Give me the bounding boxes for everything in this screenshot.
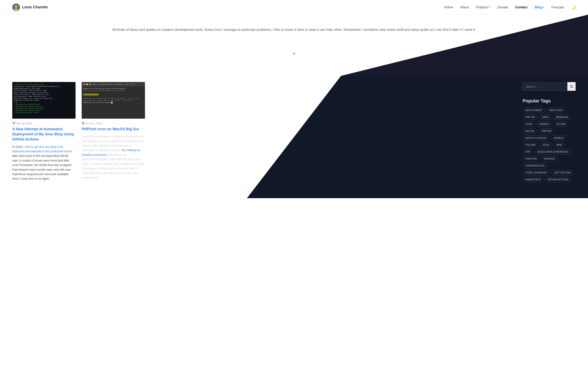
hero-section: All kinds of ideas and guides on modern … xyxy=(0,15,588,76)
post-card-2: Bricks — vagrant@homestead: ~/GitHub/Bri… xyxy=(82,82,145,192)
terminal-title: Bricks — vagrant@homestead: ~/GitHub/Bri… xyxy=(93,83,135,85)
dot-yellow xyxy=(86,83,88,85)
search-box xyxy=(523,82,576,91)
nav-home[interactable]: Home xyxy=(444,6,453,9)
post-link-2[interactable]: the Xdebug on Catalina conundrum xyxy=(82,149,140,156)
tag-item[interactable]: MACOS CATALINA xyxy=(523,135,549,141)
tag-item[interactable]: MACOS xyxy=(523,128,537,134)
tag-item[interactable]: DEPLOYMENT xyxy=(523,108,545,113)
tag-item[interactable]: PHP xyxy=(523,149,533,155)
post-card-1: > Executing task deploy:update_code Clon… xyxy=(12,82,76,192)
tag-item[interactable]: PHP IDE xyxy=(523,115,538,120)
tag-item[interactable]: GRAV xyxy=(539,115,552,120)
post-title-2[interactable]: PHPUnit error on MacOS Big Sur xyxy=(82,127,145,132)
post-title-1[interactable]: A New Attempt at Automated Deployment of… xyxy=(12,127,76,142)
tag-item[interactable]: CODE COVERAGE xyxy=(523,170,550,175)
brand-name: Louis Charette xyxy=(22,5,48,9)
post-thumbnail-1: > Executing task deploy:update_code Clon… xyxy=(12,82,76,119)
tag-item[interactable]: PHPUNIT xyxy=(539,128,555,134)
tag-item[interactable]: XDEBUG xyxy=(551,135,567,141)
hero-content: All kinds of ideas and guides on modern … xyxy=(0,15,588,45)
terminal-image-1: > Executing task deploy:update_code Clon… xyxy=(12,82,76,119)
tag-item[interactable]: PHPSTAN xyxy=(523,156,539,161)
chevron-down-icon: ⌄ xyxy=(292,49,296,56)
post-excerpt-2: I feel kind of privileged. I always end … xyxy=(82,134,145,180)
svg-line-4 xyxy=(572,87,573,88)
nav-projects[interactable]: Projects ▾ xyxy=(476,6,490,9)
post-thumbnail-2: Bricks — vagrant@homestead: ~/GitHub/Bri… xyxy=(82,82,145,119)
search-input[interactable] xyxy=(523,83,567,91)
hero-description: All kinds of ideas and guides on modern … xyxy=(41,27,547,33)
projects-dropdown-arrow: ▾ xyxy=(489,6,490,8)
nav-contact[interactable]: Contact xyxy=(515,6,527,9)
tag-item[interactable]: GITHUB xyxy=(554,122,568,127)
tag-item[interactable]: DEPLOYER xyxy=(546,108,565,113)
dot-green xyxy=(89,83,91,85)
nav-links: Home About Projects ▾ Donate Contact Blo… xyxy=(444,5,576,9)
tag-item[interactable]: NPM xyxy=(553,142,564,148)
tag-item[interactable]: UNIT TESTING xyxy=(551,170,573,175)
tag-item[interactable]: WEBHOOK xyxy=(553,115,571,120)
tag-item[interactable]: VSCODE xyxy=(523,142,538,148)
dark-mode-toggle[interactable]: 🌙 xyxy=(571,5,576,9)
post-link-1[interactable]: I tried to get this very blog to be depl… xyxy=(12,145,72,153)
tag-item[interactable]: DEVELOPER EXPERIENCE xyxy=(535,149,571,155)
tag-item[interactable]: VAGRANT xyxy=(541,156,558,161)
nav-donate[interactable]: Donate xyxy=(497,6,508,9)
navbar: Louis Charette Home About Projects ▾ Don… xyxy=(0,0,588,15)
tag-item[interactable]: GITHUB ACTIONS xyxy=(545,177,571,182)
post-date-1: 📅 5th Jan 2021 xyxy=(12,122,76,125)
tag-item[interactable]: XDEBUG xyxy=(536,122,552,127)
terminal-titlebar: Bricks — vagrant@homestead: ~/GitHub/Bri… xyxy=(82,82,145,86)
content-wrapper: > Executing task deploy:update_code Clon… xyxy=(0,76,588,198)
search-button[interactable] xyxy=(567,82,576,91)
svg-point-1 xyxy=(15,5,17,8)
nav-about[interactable]: About xyxy=(460,6,469,9)
nav-blog[interactable]: Blog ▾ xyxy=(535,6,544,9)
hero-chevron: ⌄ xyxy=(0,45,588,60)
tags-cloud: DEPLOYMENTDEPLOYERPHP IDEGRAVWEBHOOKATOM… xyxy=(523,108,576,182)
post-date-2: 📅 5th Dec 2020 xyxy=(82,122,145,125)
post-excerpt-1: In 2019, I tried to get this very blog t… xyxy=(12,145,76,181)
tag-item[interactable]: HOMESTEAD xyxy=(523,177,544,182)
main-area: > Executing task deploy:update_code Clon… xyxy=(0,76,588,198)
tag-item[interactable]: ATOM xyxy=(523,122,535,127)
calendar-icon-1: 📅 xyxy=(12,122,15,125)
popular-tags-title: Popular Tags xyxy=(523,98,576,104)
avatar xyxy=(12,3,20,11)
terminal-body: MacBook-Air-de-Louis:Bricks malou$ vendo… xyxy=(82,86,145,105)
blog-dropdown-arrow: ▾ xyxy=(543,6,544,8)
dot-red xyxy=(83,83,85,85)
nav-brand[interactable]: Louis Charette xyxy=(12,3,48,11)
nav-francais[interactable]: Français xyxy=(552,6,564,9)
tag-item[interactable]: USERFROSTING xyxy=(523,163,547,168)
posts-area: > Executing task deploy:update_code Clon… xyxy=(12,82,517,192)
calendar-icon-2: 📅 xyxy=(82,122,85,125)
sidebar: Popular Tags DEPLOYMENTDEPLOYERPHP IDEGR… xyxy=(523,82,576,192)
terminal-image-2: Bricks — vagrant@homestead: ~/GitHub/Bri… xyxy=(82,82,145,119)
tag-item[interactable]: SCSS xyxy=(540,142,552,148)
search-icon xyxy=(570,85,573,88)
